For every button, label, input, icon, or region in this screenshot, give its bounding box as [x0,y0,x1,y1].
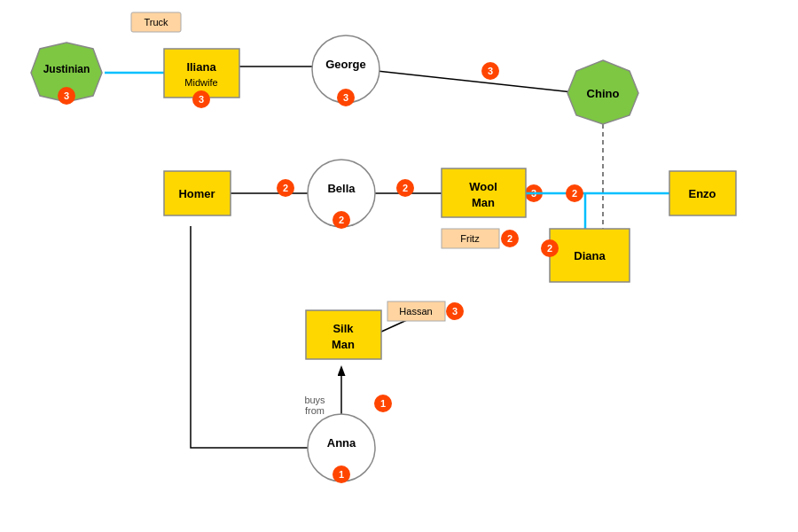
silkman-label2: Man [332,338,355,351]
justinian-label: Justinian [43,63,90,75]
badge-george-chino-label: 3 [488,66,493,76]
badge-woolman-diana-label: 2 [572,188,577,199]
george-badge-label: 3 [343,92,348,103]
iliana-label: Iliana [186,60,216,74]
george-label: George [325,58,366,71]
enzo-label: Enzo [688,187,716,200]
diana-badge-label: 2 [547,243,552,254]
bella-badge-label: 2 [339,215,344,225]
fritz-label: Fritz [460,233,480,244]
anna-badge-label: 1 [339,469,344,480]
anna-label: Anna [327,436,356,450]
diagram: 3 2 2 3 2 buys from 1 Truck Justinian 3 … [0,0,798,532]
chino-label: Chino [587,87,620,100]
woolman-label: Wool [469,180,497,193]
badge-bella-woolman-label: 2 [403,183,408,193]
fritz-badge-label: 2 [507,233,512,244]
badge-anna-silkman-label: 1 [380,398,386,409]
edge-buys-from-label: buys [304,395,325,405]
edge-homer-anna [191,226,310,448]
iliana-node[interactable] [164,49,239,98]
justinian-badge-label: 3 [64,90,69,101]
truck-label: Truck [144,17,168,27]
woolman-node[interactable] [442,168,526,217]
woolman-label2: Man [472,196,495,209]
silkman-node[interactable] [306,310,381,359]
iliana-badge-label: 3 [199,94,204,105]
bella-label: Bella [327,182,356,195]
iliana-sublabel: Midwife [184,77,217,88]
hassan-label: Hassan [399,306,432,317]
hassan-badge-label: 3 [452,306,458,317]
diana-label: Diana [574,249,606,262]
homer-label: Homer [178,187,215,200]
badge-homer-bella-label: 2 [283,183,288,193]
edge-george-chino [377,71,581,93]
silkman-label: Silk [332,322,354,335]
edge-buys-from-label2: from [305,405,325,416]
